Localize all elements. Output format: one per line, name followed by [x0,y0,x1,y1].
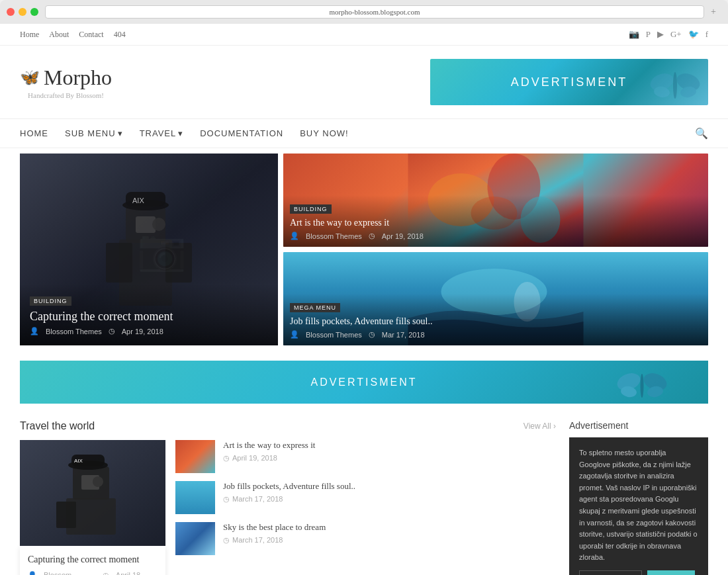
maximize-button[interactable] [30,8,38,16]
travel-item-thumb-sky [175,522,215,555]
clock-icon: ◷ [223,495,230,504]
hero-card-surf-meta: 👤 Blossom Themes ◷ Mar 17, 2018 [290,330,702,339]
nav-submenu[interactable]: SUB MENU ▾ [65,128,123,138]
hero-main-meta: 👤 Blossom Themes ◷ Apr 19, 2018 [30,327,268,335]
travel-item-title: Job fills pockets, Adventure fills soul.… [223,481,355,492]
mid-ad-text: ADVERTISMENT [310,376,417,388]
clock-icon: ◷ [109,327,115,335]
logo-subtitle: Handcrafted By Blossom! [20,91,112,99]
hero-card-surf-title: Job fills pockets, Adventure fills soul.… [290,316,702,327]
nav-404-link[interactable]: 404 [114,30,126,40]
travel-main: Travel the world View All › [20,420,556,575]
svg-point-27 [641,374,644,398]
add-tab-button[interactable]: + [711,7,721,17]
travel-list-item[interactable]: Job fills pockets, Adventure fills soul.… [175,481,556,514]
pinterest-icon[interactable]: P [646,29,651,40]
svg-rect-11 [165,243,192,283]
nav-home-link[interactable]: Home [20,30,39,40]
clock-icon: ◷ [223,454,230,463]
close-button[interactable] [7,8,15,16]
hero-main-date: Apr 19, 2018 [122,328,163,335]
search-icon[interactable]: 🔍 [695,127,708,140]
clock-icon: ◷ [369,330,375,339]
hero-section: AIX BUILDING Capturing the correct momen… [0,148,728,351]
travel-featured-meta: 👤 Blossom Themes ◷ April 18, 2018 [28,571,158,575]
social-links: 📷 P ▶ G+ 🐦 f [629,29,708,40]
user-icon: 👤 [28,571,37,575]
sidebar: Advertisement To spletno mesto uporablja… [569,420,708,575]
travel-featured-card: Capturing the correct moment 👤 Blossom T… [20,546,165,575]
hero-category-badge: BUILDING [30,296,71,306]
svg-text:AIX: AIX [132,197,144,204]
hero-card-art-overlay: BUILDING Art is the way to express it 👤 … [283,195,708,247]
hero-main-author: Blossom Themes [46,328,102,335]
cookie-ok-button[interactable]: V REDU [647,570,695,575]
hero-main-article[interactable]: AIX BUILDING Capturing the correct momen… [20,154,278,345]
nav-contact-link[interactable]: Contact [79,30,103,40]
svg-rect-13 [126,192,165,206]
hero-card-art-author: Blossom Themes [306,232,362,240]
svg-point-31 [93,476,103,487]
hero-card-art[interactable]: BUILDING Art is the way to express it 👤 … [283,154,708,247]
minimize-button[interactable] [19,8,26,16]
site-header: 🦋 Morpho Handcrafted By Blossom! ADVERTI… [0,46,728,118]
nav-home[interactable]: HOME [20,128,48,138]
travel-featured-article[interactable]: AIX Capturing the correct moment 👤 Bloss… [20,440,165,575]
hero-card-surf-overlay: MEGA MENU Job fills pockets, Adventure f… [283,294,708,345]
hero-card-art-category: BUILDING [290,204,332,214]
sidebar-ad-title: Advertisement [569,420,708,431]
svg-rect-33 [56,502,76,528]
travel-content: AIX Capturing the correct moment 👤 Bloss… [20,440,556,575]
travel-item-thumb-art [175,440,215,473]
user-icon: 👤 [290,330,299,339]
hero-card-surf[interactable]: MEGA MENU Job fills pockets, Adventure f… [283,252,708,345]
logo-text: Morpho [44,66,112,90]
hero-card-art-meta: 👤 Blossom Themes ◷ Apr 19, 2018 [290,232,702,240]
travel-item-date: ◷ April 19, 2018 [223,454,315,463]
hero-card-surf-category: MEGA MENU [290,303,340,312]
browser-titlebar: morpho-blossom.blogspot.com + [0,5,728,24]
svg-point-4 [673,72,677,99]
hero-card-surf-date: Mar 17, 2018 [382,331,425,339]
top-nav-links: Home About Contact 404 [20,30,126,40]
travel-item-title: Sky is the best place to dream [223,522,326,533]
travel-item-date: ◷ March 17, 2018 [223,495,355,504]
header-ad-text: ADVERTISMENT [511,75,628,89]
travel-section-title: Travel the world [20,420,95,432]
travel-item-thumb-surf [175,481,215,514]
cookie-buttons: VEČ O TEM V REDU [579,570,698,575]
ad-butterfly-image [649,62,702,102]
header-advertisement[interactable]: ADVERTISMENT [430,59,708,105]
view-all-link[interactable]: View All › [523,421,556,431]
hero-main-overlay: BUILDING Capturing the correct moment 👤 … [20,284,278,345]
twitter-icon[interactable]: 🐦 [688,29,699,40]
travel-section: Travel the world View All › [0,414,728,575]
instagram-icon[interactable]: 📷 [629,29,639,40]
hero-sidebar: BUILDING Art is the way to express it 👤 … [283,154,708,345]
travel-item-title: Art is the way to express it [223,440,315,451]
nav-links: HOME SUB MENU ▾ TRAVEL ▾ DOCUMENTATION B… [20,128,349,138]
google-plus-icon[interactable]: G+ [670,29,682,40]
traffic-lights [7,8,38,16]
user-icon: 👤 [290,232,299,240]
travel-list-item[interactable]: Art is the way to express it ◷ April 19,… [175,440,556,473]
url-bar[interactable]: morpho-blossom.blogspot.com [45,5,704,19]
youtube-icon[interactable]: ▶ [657,29,664,40]
facebook-icon[interactable]: f [705,29,708,40]
nav-documentation[interactable]: DOCUMENTATION [200,128,283,138]
travel-item-date: ◷ March 17, 2018 [223,536,326,545]
mid-advertisement[interactable]: ADVERTISMENT [20,361,708,404]
clock-icon: ◷ [103,571,109,575]
chevron-down-icon: ▾ [178,128,183,138]
nav-about-link[interactable]: About [49,30,69,40]
travel-list-item[interactable]: Sky is the best place to dream ◷ March 1… [175,522,556,555]
svg-rect-10 [106,243,132,283]
cookie-more-button[interactable]: VEČ O TEM [579,570,642,575]
site-logo[interactable]: 🦋 Morpho Handcrafted By Blossom! [20,66,112,99]
nav-travel[interactable]: TRAVEL ▾ [140,128,184,138]
hero-main-title: Capturing the correct moment [30,310,268,324]
clock-icon: ◷ [369,232,375,240]
browser-content: Home About Contact 404 📷 P ▶ G+ 🐦 f 🦋 Mo… [0,24,728,575]
nav-buy-now[interactable]: BUY NOW! [300,128,349,138]
cookie-text: To spletno mesto uporablja Googlove pišk… [579,447,698,564]
